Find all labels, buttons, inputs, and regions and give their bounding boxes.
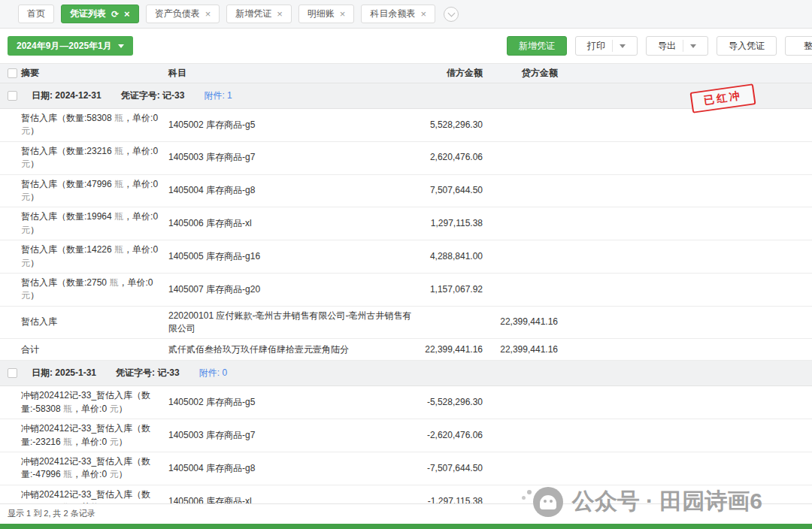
summary-cell: 暂估入库（数量:2750 瓶，单价:0 元） <box>21 277 168 303</box>
debit-amount: 1,297,115.38 <box>418 217 483 230</box>
organize-label: 整 <box>804 40 812 53</box>
account-cell: 1405004 库存商品-g8 <box>168 184 418 197</box>
debit-amount: -7,507,644.50 <box>418 462 483 475</box>
import-voucher-button[interactable]: 导入凭证 <box>717 36 777 56</box>
unit-label: 元 <box>21 192 30 202</box>
voucher-list-page: 首页 凭证列表 ⟳ × 资产负债表 × 新增凭证 × 明细账 × 科目余额表 × <box>0 0 812 529</box>
voucher-group: 日期: 2024-12-31凭证字号: 记-33附件: 1已红冲暂估入库（数量:… <box>0 83 812 361</box>
tab-home[interactable]: 首页 <box>18 5 54 23</box>
account-cell: 1405003 库存商品-g7 <box>168 429 418 442</box>
close-icon[interactable]: × <box>340 9 346 19</box>
tab-account-balance-label: 科目余额表 <box>370 8 415 20</box>
attachment-link[interactable]: 附件: 0 <box>199 367 227 379</box>
organize-button[interactable]: 整 <box>785 36 812 56</box>
select-all-checkbox[interactable] <box>8 68 17 78</box>
unit-label: 元 <box>109 469 118 479</box>
unit-label: 瓶 <box>114 113 123 123</box>
group-check-cell <box>0 91 21 101</box>
debit-amount: 4,288,841.00 <box>418 250 483 263</box>
voucher-row[interactable]: 暂估入库（数量:47996 瓶，单价:0 元）1405004 库存商品-g87,… <box>0 175 812 208</box>
voucher-row[interactable]: 暂估入库（数量:19964 瓶，单价:0 元）1405006 库存商品-xl1,… <box>0 207 812 240</box>
tab-bar: 首页 凭证列表 ⟳ × 资产负债表 × 新增凭证 × 明细账 × 科目余额表 × <box>0 0 812 29</box>
close-icon[interactable]: × <box>420 9 426 19</box>
tab-voucher-list-label: 凭证列表 <box>70 8 106 20</box>
chevron-down-icon <box>447 9 455 17</box>
account-cell: 1405007 库存商品-g20 <box>168 283 418 296</box>
group-checkbox[interactable] <box>8 91 17 101</box>
import-voucher-label: 导入凭证 <box>729 40 765 53</box>
voucher-row[interactable]: 暂估入库（数量:23216 瓶，单价:0 元）1405003 库存商品-g72,… <box>0 142 812 175</box>
watermark-text: 公众号 · 田园诗画6 <box>572 486 762 517</box>
voucher-row[interactable]: 冲销202412记-33_暂估入库（数量:-58308 瓶，单价:0 元）140… <box>0 386 812 419</box>
close-icon[interactable]: × <box>277 9 283 19</box>
group-check-cell <box>0 368 21 378</box>
export-dropdown[interactable] <box>683 40 696 52</box>
new-voucher-label: 新增凭证 <box>519 40 555 53</box>
voucher-row[interactable]: 冲销202412记-33_暂估入库（数量:-23216 瓶，单价:0 元）140… <box>0 419 812 452</box>
voucher-row[interactable]: 暂估入库（数量:14226 瓶，单价:0 元）1405005 库存商品-g164… <box>0 240 812 274</box>
print-button[interactable]: 打印 <box>575 36 638 56</box>
unit-label: 瓶 <box>114 211 123 222</box>
refresh-icon[interactable]: ⟳ <box>111 10 119 19</box>
unit-label: 元 <box>21 290 30 301</box>
summary-cell: 冲销202412记-33_暂估入库（数量:-58308 瓶，单价:0 元） <box>21 389 168 416</box>
unit-label: 元 <box>109 437 118 447</box>
record-count-label: 显示 1 到 2, 共 2 条记录 <box>8 509 95 518</box>
tab-detail-ledger-label: 明细账 <box>308 8 335 20</box>
unit-label: 瓶 <box>109 277 118 288</box>
group-date-label: 日期: 2025-1-31 <box>32 367 96 379</box>
summary-cell: 暂估入库 <box>21 316 168 328</box>
debit-amount: 1,157,067.92 <box>418 283 483 296</box>
watermark: 公众号 · 田园诗画6 <box>533 486 762 517</box>
unit-label: 元 <box>21 225 30 235</box>
voucher-row[interactable]: 暂估入库（数量:58308 瓶，单价:0 元）1405002 库存商品-g55,… <box>0 109 812 142</box>
unit-label: 元 <box>21 159 30 169</box>
unit-label: 元 <box>21 125 30 136</box>
tab-balance-sheet[interactable]: 资产负债表 × <box>146 5 220 23</box>
debit-amount: 22,399,441.16 <box>418 343 483 356</box>
date-range-button[interactable]: 2024年9月—2025年1月 <box>8 36 133 56</box>
caret-down-icon <box>690 44 696 48</box>
group-checkbox[interactable] <box>8 368 17 378</box>
export-label: 导出 <box>658 40 676 53</box>
unit-label: 瓶 <box>63 437 72 447</box>
export-button[interactable]: 导出 <box>646 36 708 56</box>
unit-label: 瓶 <box>114 146 123 156</box>
voucher-row[interactable]: 合计贰仟贰佰叁拾玖万玖仟肆佰肆拾壹元壹角陆分22,399,441.1622,39… <box>0 339 812 361</box>
print-label: 打印 <box>587 40 605 53</box>
close-icon[interactable]: × <box>124 9 130 19</box>
voucher-row[interactable]: 冲销202412记-33_暂估入库（数量:-47996 瓶，单价:0 元）140… <box>0 452 812 485</box>
debit-amount: -5,528,296.30 <box>418 396 483 409</box>
toolbar-actions: 新增凭证 打印 导出 导入凭证 整 <box>507 36 812 56</box>
attachment-link[interactable]: 附件: 1 <box>204 89 232 102</box>
official-account-logo-icon <box>533 487 563 517</box>
date-range-label: 2024年9月—2025年1月 <box>17 40 112 53</box>
summary-cell: 暂估入库（数量:23216 瓶，单价:0 元） <box>21 145 168 171</box>
print-dropdown[interactable] <box>612 40 626 52</box>
col-credit: 贷方金额 <box>483 67 558 80</box>
group-voucher-number-label: 凭证字号: 记-33 <box>121 89 185 102</box>
tab-balance-sheet-label: 资产负债表 <box>155 8 200 20</box>
logo-ghost-icon <box>540 495 556 509</box>
voucher-table: 摘要 科目 借方金额 贷方金额 日期: 2024-12-31凭证字号: 记-33… <box>0 63 812 529</box>
new-voucher-button[interactable]: 新增凭证 <box>507 36 567 56</box>
tab-account-balance[interactable]: 科目余额表 × <box>361 5 435 23</box>
voucher-row[interactable]: 暂估入库（数量:2750 瓶，单价:0 元）1405007 库存商品-g201,… <box>0 274 812 307</box>
voucher-group-header: 日期: 2025-1-31凭证字号: 记-33附件: 0 <box>0 361 812 386</box>
tab-detail-ledger[interactable]: 明细账 × <box>298 5 355 23</box>
summary-cell: 冲销202412记-33_暂估入库（数量:-23216 瓶，单价:0 元） <box>21 422 168 449</box>
tab-new-voucher[interactable]: 新增凭证 × <box>226 5 292 23</box>
summary-cell: 暂估入库（数量:14226 瓶，单价:0 元） <box>21 243 168 270</box>
more-tabs-button[interactable] <box>444 7 459 22</box>
voucher-row[interactable]: 暂估入库220200101 应付账款-亳州古井销售有限公司-亳州古井销售有限公司… <box>0 307 812 340</box>
tab-new-voucher-label: 新增凭证 <box>235 8 271 20</box>
tab-home-label: 首页 <box>27 8 45 20</box>
bottom-green-bar <box>0 524 812 529</box>
account-cell: 1405005 库存商品-g16 <box>168 250 418 263</box>
tab-voucher-list[interactable]: 凭证列表 ⟳ × <box>61 5 139 23</box>
group-voucher-number-label: 凭证字号: 记-33 <box>116 367 180 379</box>
logo-dots-icon <box>527 490 532 494</box>
caret-down-icon <box>118 44 124 48</box>
summary-cell: 暂估入库（数量:47996 瓶，单价:0 元） <box>21 178 168 204</box>
close-icon[interactable]: × <box>205 9 211 19</box>
